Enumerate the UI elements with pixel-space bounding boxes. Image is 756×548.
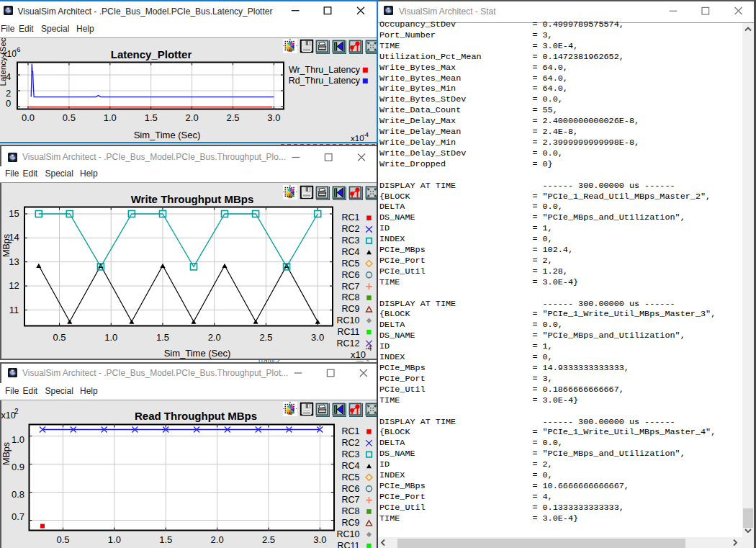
svg-text:-6: -6: [14, 45, 20, 53]
svg-text:Sim_Time (Sec): Sim_Time (Sec): [164, 348, 231, 359]
svg-text:0: 0: [6, 98, 11, 109]
svg-text:RC9: RC9: [341, 304, 359, 314]
svg-text:0.5: 0.5: [53, 332, 66, 343]
svg-text:RC11: RC11: [337, 327, 359, 337]
svg-text:RC12: RC12: [337, 338, 360, 349]
svg-text:0.9: 0.9: [12, 462, 24, 472]
svg-text:2.5: 2.5: [262, 534, 275, 545]
svg-text:2.5: 2.5: [259, 332, 272, 343]
svg-text:RC7: RC7: [341, 282, 359, 292]
svg-text:MBps: MBps: [1, 442, 12, 465]
svg-text:0.7: 0.7: [12, 511, 24, 522]
svg-text:x10: x10: [1, 410, 16, 421]
svg-text:RC6: RC6: [341, 484, 359, 494]
svg-text:2: 2: [14, 408, 19, 416]
svg-text:0.8: 0.8: [12, 489, 24, 500]
svg-text:2.5: 2.5: [226, 112, 239, 123]
svg-text:RC4: RC4: [341, 247, 359, 257]
svg-text:Latency (Sec): Latency (Sec): [0, 35, 7, 86]
svg-text:Write Throughput MBps: Write Throughput MBps: [131, 193, 254, 205]
svg-text:RC2: RC2: [341, 224, 359, 234]
svg-text:Rd_Thru_Latency: Rd_Thru_Latency: [289, 76, 361, 86]
svg-text:RC10: RC10: [337, 529, 360, 539]
svg-text:0.0: 0.0: [22, 112, 35, 123]
svg-text:1.0: 1.0: [104, 112, 117, 123]
svg-text:2.0: 2.0: [211, 534, 224, 545]
svg-text:RC9: RC9: [341, 518, 359, 528]
svg-text:RC3: RC3: [341, 235, 359, 246]
svg-text:1.0: 1.0: [104, 332, 117, 343]
svg-text:2.0: 2.0: [186, 112, 199, 123]
svg-text:Read Throughput MBps: Read Throughput MBps: [135, 410, 257, 422]
svg-text:2.0: 2.0: [208, 332, 221, 343]
svg-text:12: 12: [9, 280, 19, 291]
svg-text:0.5: 0.5: [56, 534, 69, 545]
svg-text:RC5: RC5: [341, 472, 359, 482]
svg-text:MBps: MBps: [1, 234, 12, 257]
svg-text:11: 11: [9, 305, 19, 315]
svg-text:RC8: RC8: [341, 292, 359, 302]
svg-text:RC3: RC3: [341, 449, 359, 459]
svg-text:RC10: RC10: [337, 315, 360, 325]
svg-text:1.0: 1.0: [108, 534, 121, 545]
svg-text:Latency_Plotter: Latency_Plotter: [111, 48, 192, 60]
svg-text:RC4: RC4: [341, 461, 359, 471]
svg-text:-4: -4: [363, 130, 369, 138]
svg-text:RC7: RC7: [341, 495, 359, 505]
svg-text:RC8: RC8: [341, 506, 359, 516]
svg-text:x10: x10: [351, 349, 366, 360]
svg-text:2: 2: [6, 88, 11, 99]
svg-text:Wr_Thru_Latency: Wr_Thru_Latency: [289, 65, 361, 75]
svg-text:3.0: 3.0: [313, 534, 326, 545]
svg-text:RC5: RC5: [341, 259, 359, 269]
svg-text:1.5: 1.5: [159, 534, 172, 545]
svg-text:Sim_Time (Sec): Sim_Time (Sec): [134, 130, 201, 140]
svg-text:1.0: 1.0: [12, 434, 24, 445]
svg-text:RC11: RC11: [337, 541, 359, 548]
svg-text:3.0: 3.0: [311, 332, 324, 343]
svg-text:15: 15: [9, 208, 19, 219]
svg-text:0.5: 0.5: [63, 112, 76, 123]
svg-text:1.5: 1.5: [145, 112, 158, 123]
svg-text:RC6: RC6: [341, 270, 359, 280]
svg-text:RC2: RC2: [341, 438, 359, 448]
svg-text:RC1: RC1: [341, 212, 359, 223]
svg-text:RC1: RC1: [341, 426, 359, 436]
svg-text:1.5: 1.5: [156, 332, 169, 343]
svg-text:3.0: 3.0: [267, 112, 280, 123]
